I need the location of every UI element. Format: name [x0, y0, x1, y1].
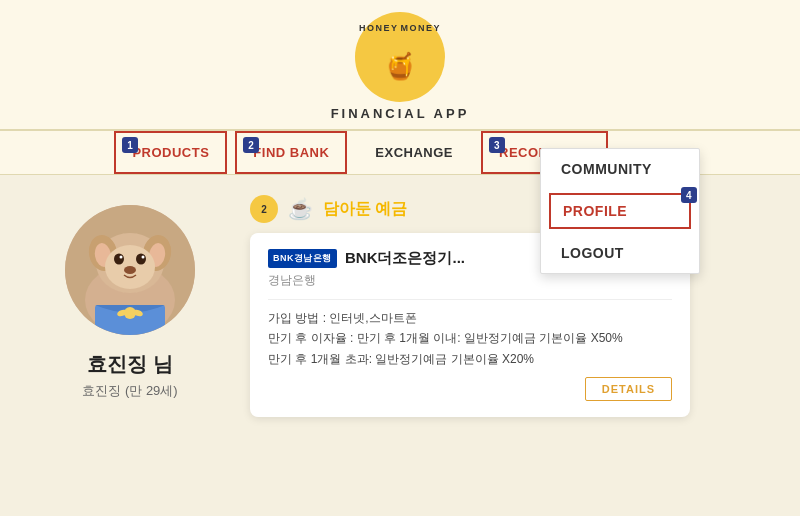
recommend-badge: 3: [489, 137, 505, 153]
interest-1: 만기 후 이자율 : 만기 후 1개월 이내: 일반정기예금 기본이율 X50%: [268, 328, 672, 348]
card-info: 가입 방법 : 인터넷,스마트폰 만기 후 이자율 : 만기 후 1개월 이내:…: [268, 308, 672, 369]
savings-badge: 2: [250, 195, 278, 223]
exchange-label: EXCHANGE: [375, 145, 453, 160]
card-sub: 경남은행: [268, 272, 672, 289]
nav-products[interactable]: 1 PRODUCTS: [114, 131, 227, 174]
svg-point-8: [114, 254, 124, 265]
profile-name: 효진징 님: [87, 351, 173, 378]
logo-area: HONEYMONEY 🍯 FINANCIAL APP: [331, 12, 470, 121]
logo-subtitle: FINANCIAL APP: [331, 106, 470, 121]
svg-point-12: [124, 266, 136, 274]
savings-icon: ☕: [288, 197, 313, 221]
dropdown-profile[interactable]: PROFILE 4: [549, 193, 691, 229]
find-bank-label: FIND BANK: [253, 145, 329, 160]
svg-point-9: [136, 254, 146, 265]
svg-point-11: [142, 256, 145, 259]
savings-label: 담아둔 예금: [323, 199, 407, 220]
join-method: 가입 방법 : 인터넷,스마트폰: [268, 308, 672, 328]
details-button[interactable]: DETAILS: [585, 377, 672, 401]
profile-sub: 효진징 (만 29세): [82, 382, 177, 400]
interest-2: 만기 후 1개월 초과: 일반정기예금 기본이율 X20%: [268, 349, 672, 369]
find-bank-badge: 2: [243, 137, 259, 153]
products-badge: 1: [122, 137, 138, 153]
avatar-image: [65, 205, 195, 335]
header: HONEYMONEY 🍯 FINANCIAL APP: [0, 0, 800, 131]
dropdown-community[interactable]: COMMUNITY: [541, 149, 699, 189]
card-title: BNK더조은정기...: [345, 249, 465, 268]
bank-logo: BNK경남은행: [268, 249, 337, 268]
dropdown-logout[interactable]: LOGOUT: [541, 233, 699, 273]
logo-text-top: HONEYMONEY: [355, 24, 445, 33]
profile-label: PROFILE: [563, 203, 627, 219]
more-dropdown: COMMUNITY PROFILE 4 LOGOUT: [540, 148, 700, 274]
nav-exchange[interactable]: EXCHANGE: [351, 131, 477, 174]
nav-find-bank[interactable]: 2 FIND BANK: [235, 131, 347, 174]
logo-badge: HONEYMONEY 🍯: [355, 12, 445, 102]
profile-section: 효진징 님 효진징 (만 29세): [30, 195, 230, 417]
hive-icon: 🍯: [384, 51, 416, 82]
avatar: [65, 205, 195, 335]
svg-point-10: [120, 256, 123, 259]
products-label: PRODUCTS: [132, 145, 209, 160]
profile-badge: 4: [681, 187, 697, 203]
detail-row: DETAILS: [268, 369, 672, 401]
card-divider: [268, 299, 672, 300]
